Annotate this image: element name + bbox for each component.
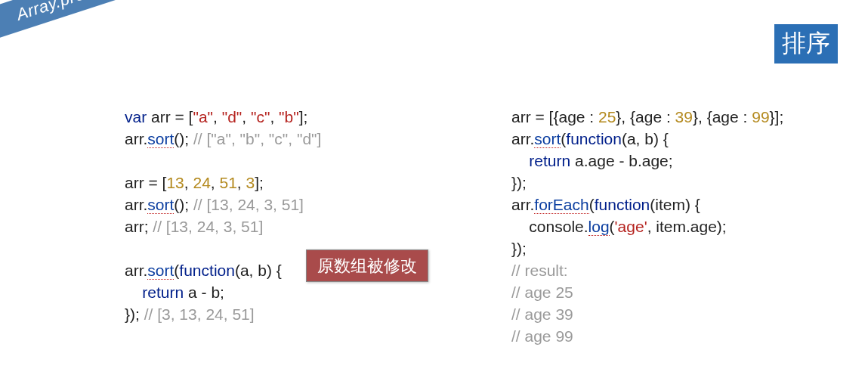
t: arr; (125, 218, 153, 235)
right-column: arr = [{age : 25}, {age : 39}, {age : 99… (511, 106, 838, 347)
num-3: 3 (246, 174, 255, 191)
method-foreach: forEach (534, 196, 588, 214)
kw-function: function (595, 196, 650, 213)
t: }, {age : (616, 108, 675, 125)
t: a - b; (184, 284, 224, 301)
t: arr = [ (125, 174, 166, 191)
note-mutation: 原数组被修改 (306, 249, 428, 282)
t (125, 284, 142, 301)
t: (a, b) { (622, 130, 669, 147)
title-badge: 排序 (774, 24, 838, 64)
t: , (270, 108, 279, 125)
comment-arr-mutated: // [13, 24, 3, 51] (153, 218, 263, 235)
t: ( (610, 218, 615, 235)
t: arr = [{age : (511, 108, 598, 125)
comment-result: // result: (511, 262, 568, 279)
section-ribbon: Array.prototype.sort (0, 0, 224, 49)
code-columns: var arr = ["a", "d", "c", "b"]; arr.sort… (125, 106, 838, 347)
t: arr. (511, 130, 534, 147)
t: , (242, 108, 251, 125)
t: }]; (770, 108, 784, 125)
method-sort: sort (147, 130, 174, 148)
method-sort: sort (147, 262, 174, 280)
str-b: "b" (279, 108, 299, 125)
comment-age25: // age 25 (511, 284, 573, 301)
num-99: 99 (752, 108, 769, 125)
t (511, 152, 529, 169)
str-d: "d" (222, 108, 242, 125)
kw-function: function (566, 130, 622, 147)
kw-return: return (529, 152, 570, 169)
comment-num-sort: // [3, 13, 24, 51] (144, 305, 255, 323)
t: arr = [ (147, 108, 193, 125)
t: , (237, 174, 246, 191)
right-code: arr = [{age : 25}, {age : 39}, {age : 99… (511, 106, 838, 347)
t: , (184, 174, 193, 191)
t: (); (174, 130, 193, 147)
t: arr. (125, 262, 147, 279)
method-sort: sort (534, 130, 561, 148)
left-code: var arr = ["a", "d", "c", "b"]; arr.sort… (125, 106, 451, 325)
t: a.age - b.age; (570, 152, 672, 169)
kw-var: var (125, 108, 147, 125)
t: }, {age : (693, 108, 752, 125)
kw-function: function (179, 262, 235, 279)
t: }); (511, 240, 527, 257)
t: (); (174, 196, 193, 213)
num-51: 51 (220, 174, 237, 191)
t: , (211, 174, 220, 191)
str-age: 'age' (615, 218, 647, 235)
t: ( (589, 196, 595, 213)
t: ]; (299, 108, 308, 125)
t: (item) { (650, 196, 700, 213)
comment-sorted-str: // ["a", "b", "c", "d"] (193, 130, 321, 147)
t: ]; (255, 174, 264, 191)
left-column: var arr = ["a", "d", "c", "b"]; arr.sort… (125, 106, 451, 347)
comment-lex-sort: // [13, 24, 3, 51] (193, 196, 304, 213)
kw-return: return (142, 284, 184, 301)
t: , item.age); (647, 218, 727, 235)
method-log: log (588, 218, 610, 236)
method-sort: sort (147, 196, 174, 214)
t: }); (511, 174, 527, 191)
str-c: "c" (251, 108, 270, 125)
str-a: "a" (193, 108, 213, 125)
t: arr. (511, 196, 534, 213)
t: , (213, 108, 222, 125)
t: arr. (125, 196, 147, 213)
t: console. (511, 218, 588, 235)
num-39: 39 (675, 108, 693, 125)
comment-age39: // age 39 (511, 305, 573, 323)
num-24: 24 (193, 174, 210, 191)
t: }); (125, 305, 144, 323)
num-13: 13 (166, 174, 184, 191)
num-25: 25 (598, 108, 616, 125)
t: arr. (125, 130, 147, 147)
t: (a, b) { (235, 262, 282, 279)
comment-age99: // age 99 (511, 327, 573, 345)
